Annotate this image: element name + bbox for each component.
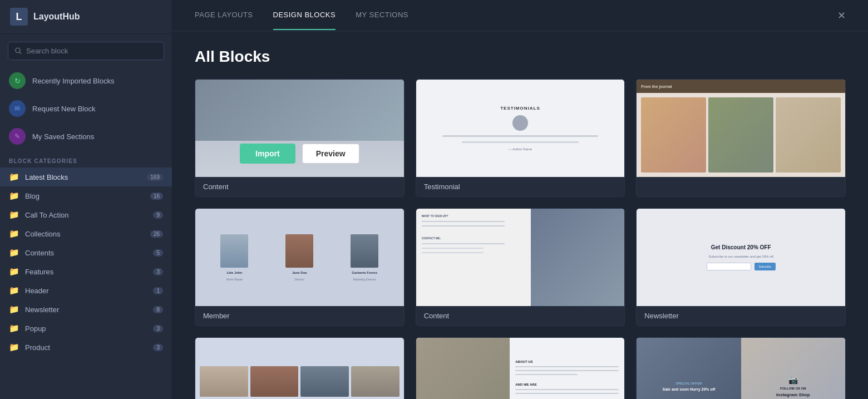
block-card-member[interactable]: Like John Home Repair Jane Doe Director … xyxy=(195,208,405,326)
member-name-1: Like John xyxy=(226,271,242,274)
folder-icon: 📁 xyxy=(9,248,19,258)
testi-line-1 xyxy=(442,135,599,137)
member-item-3: Garberto Forres Marketing Director xyxy=(351,234,378,281)
tab-page-layouts[interactable]: PAGE LAYOUTS xyxy=(195,1,253,30)
search-input-wrap[interactable] xyxy=(8,42,164,60)
cat-label-popup: Popup xyxy=(25,324,46,333)
cd-line-1 xyxy=(422,221,505,222)
cat-badge-contents: 5 xyxy=(153,249,163,257)
block-card-content-dark[interactable]: WANT TO SIGN UP? CONTACT ME: Content xyxy=(416,208,625,326)
block-categories-label: BLOCK CATEGORIES xyxy=(0,152,172,168)
about-title: ABOUT US xyxy=(515,360,619,363)
sidebar-item-popup[interactable]: 📁 Popup 3 xyxy=(0,319,172,338)
member-name-3: Garberto Forres xyxy=(352,271,377,274)
folder-icon: 📁 xyxy=(9,267,19,277)
block-card-newsletter[interactable]: Get Discount 20% OFF Subscribe to our ne… xyxy=(636,208,846,326)
block-card-about[interactable]: ABOUT US AND WE ARE WHAT WE DO xyxy=(416,337,625,399)
block-card-testimonial[interactable]: TESTIMONIALS — Author Name Testimonial xyxy=(416,79,625,197)
instagram-icon: 📷 xyxy=(788,376,798,385)
member-role-2: Director xyxy=(295,278,305,281)
cat-badge-newsletter: 8 xyxy=(153,306,163,313)
content-area: All Blocks Import Preview Content xyxy=(172,31,868,399)
cd-contact-label: CONTACT ME: xyxy=(422,237,525,240)
sidebar-item-contents[interactable]: 📁 Contents 5 xyxy=(0,243,172,262)
folder-icon: 📁 xyxy=(9,210,19,220)
tab-design-blocks[interactable]: DESIGN BLOCKS xyxy=(273,1,336,30)
block-card-instagram[interactable]: SPECIAL OFFER Sale and soon Hurry 20% of… xyxy=(636,337,846,399)
sidebar-item-request-block[interactable]: ✉ Request New Block xyxy=(0,95,172,122)
cat-badge-collections: 26 xyxy=(150,230,163,238)
folder-icon: 📁 xyxy=(9,285,19,295)
team-photo-3 xyxy=(300,366,349,397)
cat-label-blog: Blog xyxy=(25,192,40,200)
nav-tabs: PAGE LAYOUTS DESIGN BLOCKS MY SECTIONS xyxy=(195,1,408,30)
blog-img-3 xyxy=(776,97,841,173)
nl-subscribe-btn[interactable]: Subscribe xyxy=(754,263,776,270)
cat-label-cta: Call To Action xyxy=(25,211,69,219)
insta-follow-text: FOLLOW US ON xyxy=(780,387,806,390)
sidebar-item-my-saved[interactable]: ✎ My Saved Sections xyxy=(0,122,172,150)
member-photo-3 xyxy=(351,234,378,268)
sidebar-item-recently-imported[interactable]: ↻ Recently Imported Blocks xyxy=(0,67,172,95)
team-photo-1 xyxy=(200,366,248,397)
block-preview-content-1: Import Preview xyxy=(195,80,404,177)
import-button[interactable]: Import xyxy=(240,144,295,164)
sidebar-item-product[interactable]: 📁 Product 3 xyxy=(0,338,172,357)
insta-sale-text: Sale and soon Hurry 20% off xyxy=(663,387,716,391)
member-photo-2 xyxy=(285,234,313,268)
about-img xyxy=(416,338,510,399)
team-item-2: Lu Glen Lorem ipsum xyxy=(250,366,299,400)
about-line-3 xyxy=(515,374,578,375)
about-line-4 xyxy=(515,389,619,390)
top-navigation: PAGE LAYOUTS DESIGN BLOCKS MY SECTIONS ✕ xyxy=(172,0,868,31)
member-photo-1 xyxy=(220,234,248,268)
folder-icon: 📁 xyxy=(9,323,19,333)
my-saved-label: My Saved Sections xyxy=(32,132,94,141)
logo-icon: L xyxy=(10,8,28,26)
recently-imported-label: Recently Imported Blocks xyxy=(32,77,114,85)
sidebar-item-features[interactable]: 📁 Features 3 xyxy=(0,262,172,281)
team-item-4: Willi Julie Lorem ipsum xyxy=(351,366,400,400)
block-label-newsletter: Newsletter xyxy=(637,306,845,326)
sidebar-item-call-to-action[interactable]: 📁 Call To Action 9 xyxy=(0,205,172,224)
block-preview-about: ABOUT US AND WE ARE WHAT WE DO xyxy=(416,338,625,399)
about-line-5 xyxy=(515,393,619,394)
logo-text: LayoutHub xyxy=(33,12,80,22)
sidebar-item-latest-blocks[interactable]: 📁 Latest Blocks 169 xyxy=(0,168,172,186)
nl-email-input xyxy=(707,263,751,270)
team-photo-2 xyxy=(250,366,299,397)
block-card-blog[interactable]: From the journal xyxy=(636,79,846,197)
cat-badge-popup: 3 xyxy=(153,325,163,332)
sidebar-item-newsletter[interactable]: 📁 Newsletter 8 xyxy=(0,300,172,319)
block-preview-testimonial: TESTIMONIALS — Author Name xyxy=(416,80,625,177)
sidebar-item-collections[interactable]: 📁 Collections 26 xyxy=(0,224,172,243)
block-preview-blog: From the journal xyxy=(637,80,845,177)
categories-list: 📁 Latest Blocks 169 📁 Blog 16 📁 Call To … xyxy=(0,168,172,357)
sidebar-item-blog[interactable]: 📁 Blog 16 xyxy=(0,186,172,205)
member-item-1: Like John Home Repair xyxy=(220,234,248,281)
tab-my-sections[interactable]: MY SECTIONS xyxy=(356,1,408,30)
about-line-1 xyxy=(515,366,619,367)
block-card-content-1[interactable]: Import Preview Content xyxy=(195,79,405,197)
folder-icon: 📁 xyxy=(9,229,19,239)
preview-button[interactable]: Preview xyxy=(302,144,359,164)
team-item-1: Victor As Lorem ipsum xyxy=(200,366,248,400)
about-line-2 xyxy=(515,370,619,371)
cat-label-newsletter: Newsletter xyxy=(25,306,59,314)
cat-label-latest: Latest Blocks xyxy=(25,173,68,181)
sidebar-item-header[interactable]: 📁 Header 1 xyxy=(0,281,172,300)
nl-sub-text: Subscribe to our newsletter and get 20% … xyxy=(709,255,773,258)
cd-line-3 xyxy=(422,243,505,244)
cd-line-2 xyxy=(422,225,505,226)
block-label-member: Member xyxy=(195,306,404,326)
insta-name: Instagram Shop xyxy=(776,392,810,397)
cat-badge-features: 3 xyxy=(153,268,163,275)
testi-name: — Author Name xyxy=(509,147,532,151)
folder-icon: 📁 xyxy=(9,304,19,314)
blog-img-2 xyxy=(708,97,773,173)
block-label-blog xyxy=(637,177,845,188)
close-button[interactable]: ✕ xyxy=(837,9,846,22)
block-card-team[interactable]: Victor As Lorem ipsum Lu Glen Lorem ipsu… xyxy=(195,337,405,399)
content-dark-img xyxy=(531,209,625,306)
search-input[interactable] xyxy=(26,47,157,55)
